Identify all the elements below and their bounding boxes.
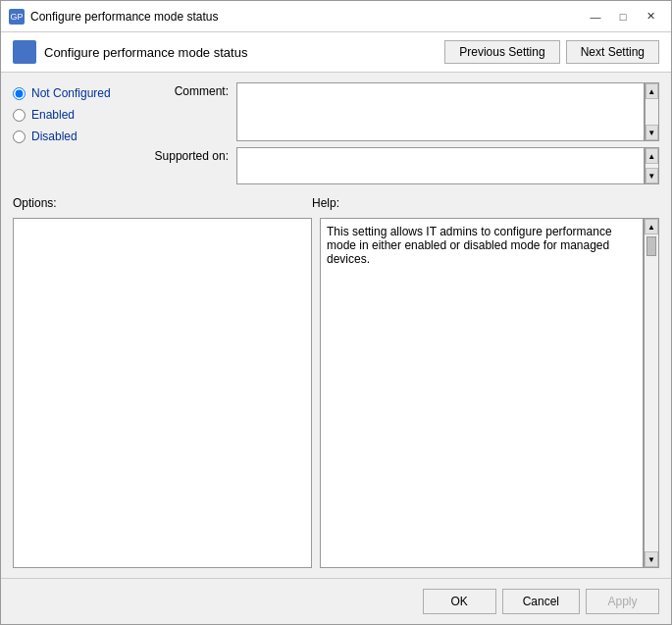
header-left: Configure performance mode status: [13, 40, 247, 64]
help-scroll-up[interactable]: ▲: [645, 219, 658, 234]
top-section: Not Configured Enabled Disabled Comment:: [13, 82, 659, 184]
help-scroll-thumb[interactable]: [646, 236, 656, 256]
radio-disabled[interactable]: Disabled: [13, 130, 130, 143]
comment-field-row: Comment: ▲ ▼: [140, 82, 659, 141]
options-panel: [13, 218, 312, 568]
radio-not-configured-label: Not Configured: [31, 86, 111, 100]
options-section-label: Options:: [13, 192, 312, 214]
header-buttons: Previous Setting Next Setting: [444, 40, 659, 64]
comment-textarea[interactable]: [236, 82, 645, 141]
panels-section: This setting allows IT admins to configu…: [13, 218, 659, 568]
footer: OK Cancel Apply: [1, 578, 671, 624]
comment-scroll-down[interactable]: ▼: [646, 125, 658, 140]
radio-disabled-label: Disabled: [31, 130, 78, 143]
previous-setting-button[interactable]: Previous Setting: [444, 40, 559, 64]
help-scroll-down[interactable]: ▼: [645, 551, 658, 567]
minimize-button[interactable]: —: [583, 7, 608, 26]
supported-field-row: Supported on: ▲ ▼: [140, 147, 659, 184]
supported-scroll-down[interactable]: ▼: [646, 168, 658, 183]
radio-enabled-label: Enabled: [31, 108, 75, 122]
supported-scrollbar[interactable]: ▲ ▼: [645, 147, 659, 184]
header-icon: [13, 40, 36, 64]
radio-not-configured[interactable]: Not Configured: [13, 86, 130, 100]
supported-scroll-up[interactable]: ▲: [646, 148, 658, 164]
help-scrollbar[interactable]: ▲ ▼: [644, 218, 659, 568]
middle-section: Options: Help:: [13, 192, 659, 214]
comment-label: Comment:: [140, 82, 229, 98]
comment-scroll-up[interactable]: ▲: [646, 83, 658, 99]
radio-not-configured-input[interactable]: [13, 87, 26, 100]
radio-disabled-input[interactable]: [13, 130, 26, 143]
next-setting-button[interactable]: Next Setting: [566, 40, 659, 64]
radio-group: Not Configured Enabled Disabled: [13, 82, 130, 184]
header-title: Configure performance mode status: [44, 45, 247, 60]
fields-section: Comment: ▲ ▼ Supported on:: [140, 82, 659, 184]
comment-scrollbar[interactable]: ▲ ▼: [645, 82, 659, 141]
close-button[interactable]: ✕: [638, 7, 663, 26]
comment-textarea-wrapper: ▲ ▼: [236, 82, 659, 141]
help-panel-wrapper: This setting allows IT admins to configu…: [320, 218, 659, 568]
window-icon: GP: [9, 9, 25, 25]
cancel-button[interactable]: Cancel: [502, 589, 580, 614]
help-panel: This setting allows IT admins to configu…: [320, 218, 644, 568]
help-section-label: Help:: [312, 192, 659, 214]
main-content: Not Configured Enabled Disabled Comment:: [1, 73, 671, 578]
apply-button[interactable]: Apply: [586, 589, 659, 614]
supported-label: Supported on:: [140, 147, 229, 163]
title-bar: GP Configure performance mode status — □…: [1, 1, 671, 32]
title-bar-left: GP Configure performance mode status: [9, 9, 218, 25]
maximize-button[interactable]: □: [610, 7, 636, 26]
ok-button[interactable]: OK: [423, 589, 496, 614]
radio-enabled[interactable]: Enabled: [13, 108, 130, 122]
help-scroll-track: [645, 234, 658, 551]
supported-textarea-wrapper: ▲ ▼: [236, 147, 659, 184]
radio-enabled-input[interactable]: [13, 109, 26, 122]
title-controls: — □ ✕: [583, 7, 663, 26]
header-bar: Configure performance mode status Previo…: [1, 32, 671, 73]
main-window: GP Configure performance mode status — □…: [0, 0, 672, 625]
supported-textarea[interactable]: [236, 147, 645, 184]
window-title: Configure performance mode status: [30, 10, 218, 24]
